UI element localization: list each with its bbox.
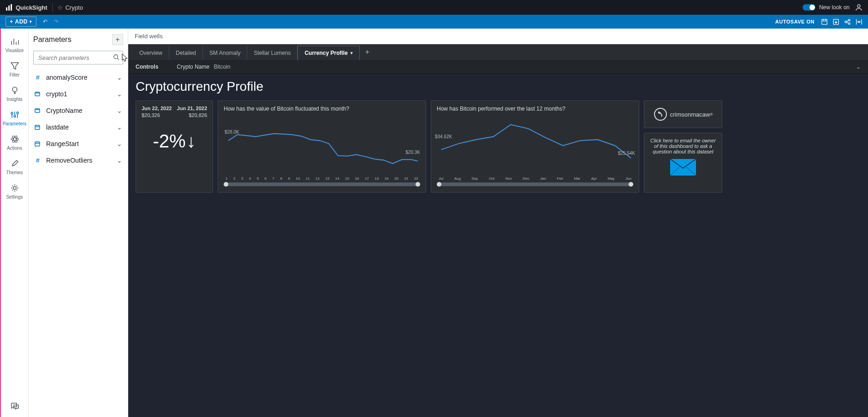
toggle-icon[interactable] (803, 4, 815, 11)
chevron-down-icon[interactable]: ⌄ (117, 157, 122, 164)
rail-themes[interactable]: Themes (1, 155, 28, 180)
svg-point-8 (848, 23, 850, 24)
control-crypto-name[interactable]: Crypto Name Bitcoin (177, 64, 230, 70)
fit-width-icon[interactable] (856, 18, 862, 25)
chevron-down-icon[interactable]: ⌄ (117, 74, 122, 81)
plus-icon: + (115, 35, 119, 44)
parameter-name: CryptoName (46, 107, 112, 114)
rail-visualize[interactable]: Visualize (1, 33, 28, 58)
brand-logo-text: crimsonmacaw (670, 111, 710, 118)
redo-icon[interactable]: ↷ (54, 18, 59, 25)
parameter-name: RemoveOutliers (46, 157, 112, 164)
parameter-name: crypto1 (46, 90, 112, 98)
rail-label: Parameters (3, 121, 27, 126)
search-icon[interactable] (113, 54, 119, 60)
share-icon[interactable] (844, 18, 851, 25)
parameter-item[interactable]: lastdate ⌄ (29, 119, 128, 135)
month-chart-card[interactable]: How has the value of Bitcoin fluctuated … (218, 100, 426, 193)
parameter-item[interactable]: CryptoName ⌄ (29, 102, 128, 119)
line-chart-month (224, 116, 420, 176)
rail-label: Insights (6, 97, 22, 102)
controls-bar[interactable]: Controls Crypto Name Bitcoin ⌄ (128, 60, 868, 74)
box-icon (34, 91, 42, 97)
parameter-item[interactable]: # anomalyScore ⌄ (29, 69, 128, 86)
top-bar: QuickSight ☆ Crypto New look on (0, 0, 868, 15)
parameter-item[interactable]: RangeStart ⌄ (29, 135, 128, 152)
rail-parameters[interactable]: Parameters (1, 106, 28, 131)
new-look-toggle[interactable]: New look on (803, 4, 850, 11)
svg-point-12 (17, 112, 18, 114)
brand-logo-card[interactable]: crimsonmacaw ® (644, 100, 722, 128)
gear-icon (10, 183, 19, 193)
email-owner-card[interactable]: Click here to email the owner of this da… (644, 133, 722, 193)
chevron-down-icon: ▾ (30, 19, 32, 24)
chevron-down-icon[interactable]: ⌄ (856, 64, 861, 70)
svg-point-13 (11, 138, 18, 141)
kpi-date-current: Jun 22, 2022 (142, 106, 172, 111)
save-icon[interactable] (821, 18, 828, 25)
calendar-icon (34, 141, 42, 147)
add-tab-button[interactable]: + (360, 44, 375, 60)
controls-label: Controls (136, 64, 158, 70)
control-key: Crypto Name (177, 64, 209, 70)
tab-label: Currency Profile (304, 50, 347, 56)
box-icon (34, 107, 42, 114)
svg-rect-1 (8, 6, 10, 11)
user-icon[interactable] (855, 4, 862, 11)
control-value: Bitcoin (214, 64, 230, 70)
export-icon[interactable] (832, 18, 839, 25)
tab-overview[interactable]: Overview (133, 46, 169, 60)
hash-icon: # (34, 74, 42, 81)
dashboard-canvas[interactable]: Cryptocurrency Profile Jun 22, 2022 Jun … (128, 74, 868, 417)
svg-rect-2 (11, 4, 12, 11)
chevron-down-icon[interactable]: ⌄ (117, 140, 122, 147)
add-button[interactable]: + ADD ▾ (6, 17, 36, 27)
svg-point-23 (658, 112, 660, 114)
document-name[interactable]: Crypto (65, 4, 83, 11)
x-axis-months: JulAugSepOctNovDecJanFebMarAprMayJun (437, 176, 633, 181)
field-wells-bar[interactable]: Field wells (128, 29, 868, 44)
rail-label: Visualize (6, 48, 24, 53)
quicksight-icon (6, 4, 13, 11)
favorite-star-icon[interactable]: ☆ (57, 4, 63, 11)
sheet-tabs: Overview Detailed SM Anomaly Stellar Lum… (128, 44, 868, 60)
parameter-item[interactable]: crypto1 ⌄ (29, 86, 128, 102)
svg-point-3 (857, 5, 860, 7)
dashboard-title: Cryptocurrency Profile (136, 79, 861, 94)
rail-chat[interactable] (10, 401, 19, 417)
brush-icon (10, 159, 19, 168)
year-chart-card[interactable]: How has Bitcoin performed over the last … (431, 100, 639, 193)
parameter-item[interactable]: # RemoveOutliers ⌄ (29, 152, 128, 169)
kpi-date-previous: Jun 21, 2022 (177, 106, 207, 111)
undo-icon[interactable]: ↶ (43, 18, 48, 25)
svg-point-7 (848, 19, 850, 21)
svg-point-10 (11, 112, 13, 114)
rail-insights[interactable]: Insights (1, 82, 28, 106)
range-slider[interactable] (437, 182, 633, 186)
svg-point-6 (845, 21, 847, 23)
range-slider[interactable] (224, 182, 420, 186)
action-bar: + ADD ▾ ↶ ↷ AUTOSAVE ON (0, 15, 868, 29)
svg-rect-0 (6, 7, 7, 11)
chat-icon (10, 401, 19, 411)
rail-settings[interactable]: Settings (1, 180, 28, 204)
parameters-panel: Parameters + # anomalyScore ⌄ crypto1 ⌄ … (29, 29, 128, 417)
rail-filter[interactable]: Filter (1, 58, 28, 82)
chevron-down-icon[interactable]: ⌄ (117, 123, 122, 131)
plus-icon: + (10, 18, 13, 25)
tab-currency-profile[interactable]: Currency Profile ▾ (297, 46, 359, 60)
chevron-down-icon[interactable]: ⌄ (117, 107, 122, 114)
search-parameters-input[interactable] (33, 51, 123, 65)
chevron-down-icon[interactable]: ▾ (351, 51, 353, 55)
crimsonmacaw-logo-icon (654, 107, 667, 121)
rail-actions[interactable]: Actions (1, 131, 28, 155)
add-parameter-button[interactable]: + (112, 34, 123, 45)
envelope-icon[interactable] (670, 159, 696, 176)
rail-label: Filter (9, 72, 19, 77)
tab-sm-anomaly[interactable]: SM Anomaly (203, 46, 247, 60)
kpi-card[interactable]: Jun 22, 2022 Jun 21, 2022 $20,326 $20,82… (136, 100, 213, 193)
chevron-down-icon[interactable]: ⌄ (117, 90, 122, 98)
app-logo[interactable]: QuickSight (6, 4, 48, 11)
tab-detailed[interactable]: Detailed (169, 46, 203, 60)
tab-stellar-lumens[interactable]: Stellar Lumens (247, 46, 297, 60)
